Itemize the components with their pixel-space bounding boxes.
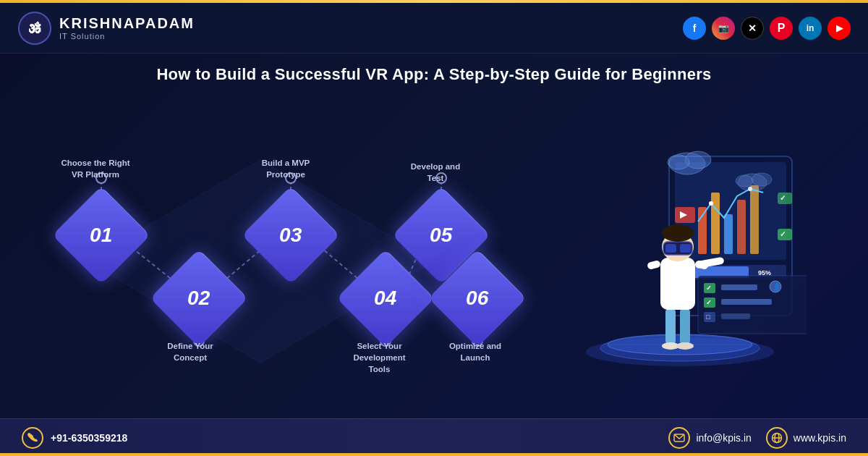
step-03-label: Build a MVPPrototype (246, 157, 326, 180)
linkedin-icon[interactable]: in (799, 17, 822, 40)
svg-point-58 (676, 342, 694, 350)
footer-email: info@kpis.in (696, 432, 751, 444)
email-icon (668, 427, 690, 449)
footer-email-item: info@kpis.in (668, 427, 751, 449)
logo-area: 🕉 KRISHNAPADAM IT Solution (17, 11, 195, 46)
page-title: How to Build a Successful VR App: A Step… (14, 65, 854, 84)
step-05-number: 05 (430, 224, 452, 247)
step-06-number: 06 (466, 287, 488, 310)
svg-point-51 (668, 155, 689, 169)
svg-text:✓: ✓ (706, 284, 712, 292)
logo-icon: 🕉 (17, 11, 52, 46)
pinterest-icon[interactable]: P (770, 17, 793, 40)
footer-left: +91-6350359218 (22, 427, 127, 449)
illustration-area: 95% ✓ ✓ □ (506, 97, 854, 418)
svg-text:□: □ (706, 313, 710, 321)
title-section: How to Build a Successful VR App: A Step… (0, 54, 868, 90)
footer-website-item: www.kpis.in (766, 427, 846, 449)
step-01-number: 01 (90, 224, 112, 247)
svg-rect-60 (647, 260, 661, 270)
svg-text:✓: ✓ (706, 299, 712, 306)
svg-rect-65 (665, 244, 676, 253)
step-06-box: 06 Optimize andLaunch (443, 263, 512, 333)
step-02-box: 02 Define YourConcept (164, 263, 234, 333)
twitter-x-icon[interactable]: ✕ (741, 17, 764, 40)
facebook-icon[interactable]: f (683, 17, 706, 40)
svg-rect-29 (724, 214, 733, 254)
svg-point-53 (752, 173, 772, 186)
step-03-number: 03 (279, 224, 302, 247)
phone-number: +91-6350359218 (51, 432, 127, 444)
step-03-diamond: 03 (242, 186, 340, 284)
svg-text:✓: ✓ (780, 194, 786, 202)
footer-website: www.kpis.in (793, 432, 846, 444)
svg-text:👤: 👤 (773, 282, 782, 292)
phone-icon (22, 427, 43, 449)
svg-rect-56 (680, 308, 690, 345)
step-06-label: Optimize andLaunch (435, 340, 515, 363)
svg-rect-31 (750, 185, 759, 254)
step-03-box: 03 Build a MVPPrototype (256, 200, 326, 270)
svg-text:✓: ✓ (780, 230, 786, 238)
svg-rect-46 (721, 313, 750, 319)
header: 🕉 KRISHNAPADAM IT Solution f 📷 ✕ P in ▶ (0, 3, 868, 54)
zigzag-steps: 01 Choose the RightVR Platform 02 Define… (29, 145, 492, 377)
svg-point-32 (709, 201, 713, 206)
svg-rect-44 (721, 284, 757, 290)
svg-rect-45 (721, 299, 772, 305)
yellow-bottom-bar (0, 453, 868, 456)
instagram-icon[interactable]: 📷 (712, 17, 735, 40)
social-icons-group: f 📷 ✕ P in ▶ (683, 17, 851, 40)
step-04-number: 04 (374, 287, 396, 310)
logo-name: KRISHNAPADAM (59, 15, 195, 32)
step-04-box: 04 Select YourDevelopmentTools (351, 263, 420, 333)
step-02-diamond: 02 (150, 249, 248, 347)
step-01-label: Choose the RightVR Platform (52, 157, 139, 180)
logo-subtitle: IT Solution (59, 32, 195, 41)
svg-text:🕉: 🕉 (28, 21, 41, 35)
step-02-number: 02 (187, 287, 210, 310)
svg-rect-30 (737, 200, 746, 254)
main-container: 🕉 KRISHNAPADAM IT Solution f 📷 ✕ P in ▶ … (0, 0, 868, 456)
svg-rect-27 (698, 207, 707, 254)
step-01-box: 01 Choose the RightVR Platform (67, 200, 136, 270)
vr-illustration-svg: 95% ✓ ✓ □ (553, 135, 807, 381)
svg-rect-55 (665, 308, 676, 345)
svg-point-54 (736, 175, 753, 187)
svg-point-67 (662, 224, 694, 242)
svg-rect-59 (660, 258, 695, 310)
footer: +91-6350359218 info@kpis.in (0, 418, 868, 456)
step-04-label: Select YourDevelopmentTools (338, 340, 421, 375)
svg-rect-66 (680, 244, 691, 253)
content-area: 01 Choose the RightVR Platform 02 Define… (0, 90, 868, 418)
step-02-label: Define YourConcept (154, 340, 226, 363)
youtube-icon[interactable]: ▶ (827, 17, 851, 40)
steps-section: 01 Choose the RightVR Platform 02 Define… (14, 97, 506, 418)
footer-right-items: info@kpis.in www.kpis.in (668, 427, 846, 449)
step-05-label: Develop andTest (399, 161, 472, 184)
globe-icon (766, 427, 788, 449)
logo-text: KRISHNAPADAM IT Solution (59, 15, 195, 41)
step-01-diamond: 01 (52, 186, 150, 284)
